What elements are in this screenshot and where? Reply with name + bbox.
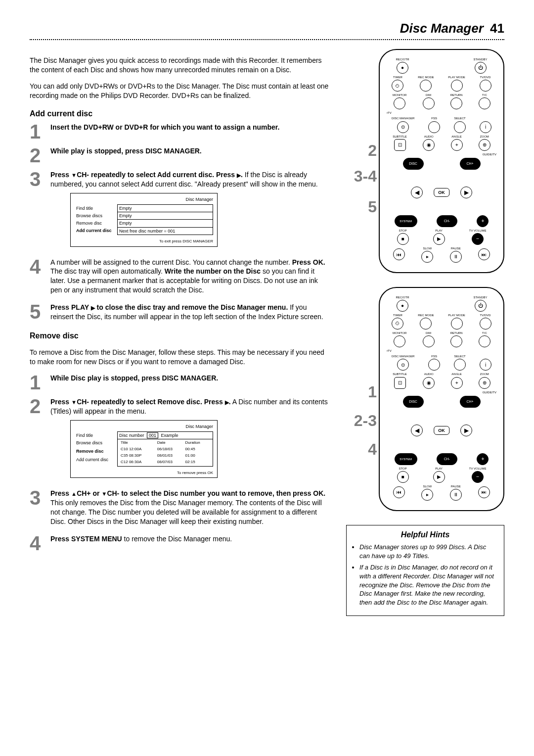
cell: 00:45 bbox=[184, 446, 211, 453]
callout: 5 bbox=[346, 199, 377, 215]
remote-diagram-2: 1 2-3 4 REC/OTR● STANDBY⏻ TIMER⏲ REC MOD… bbox=[346, 287, 504, 511]
timer-icon: ⏲ bbox=[392, 80, 403, 92]
hdr-ex: Example bbox=[161, 433, 178, 438]
next-icon: ⏭ bbox=[478, 486, 490, 498]
page-header: Disc Manager 41 bbox=[30, 20, 504, 37]
info-icon: i bbox=[480, 121, 491, 133]
btn-label: SELECT bbox=[454, 116, 465, 120]
hdr-val: 001 bbox=[147, 432, 158, 438]
right-arrow-icon: ▶ bbox=[460, 425, 472, 436]
btn-label: T/C bbox=[482, 331, 487, 335]
right-triangle-icon bbox=[237, 171, 241, 179]
btn-label: STANDBY bbox=[474, 57, 488, 61]
btn-label: T/C bbox=[482, 93, 487, 97]
btn-label: DISC MANAGER bbox=[392, 116, 414, 120]
s5-a: Press PLAY bbox=[50, 303, 91, 311]
btn-label: FSS bbox=[431, 116, 437, 120]
disc-manager-icon: ⊝ bbox=[397, 359, 409, 371]
heading-remove-disc: Remove disc bbox=[30, 331, 331, 341]
b-s3-a: Press bbox=[50, 489, 71, 497]
circle-icon bbox=[451, 318, 463, 330]
zoom-icon: ⊕ bbox=[479, 139, 490, 151]
step-num: 4 bbox=[30, 258, 46, 276]
callout: 4 bbox=[346, 441, 377, 457]
col: Date bbox=[156, 440, 184, 446]
screen-add: Disc Manager Find titleEmpty Browse disc… bbox=[70, 193, 218, 247]
btn-label: TV VOLUME bbox=[469, 229, 487, 233]
s4-a: A number will be assigned to the current… bbox=[50, 258, 292, 266]
intro-p2: You can add only DVD+RWs or DVD+Rs to th… bbox=[30, 82, 331, 100]
system-button: SYSTEM bbox=[395, 453, 417, 465]
circle-icon bbox=[480, 318, 491, 330]
step-num: 2 bbox=[30, 397, 46, 415]
hint-item: If a Disc is in Disc Manager, do not rec… bbox=[359, 563, 498, 607]
row-val: Next free disc number = 001 bbox=[118, 227, 213, 235]
system-button: SYSTEM bbox=[395, 215, 417, 227]
down-triangle-icon bbox=[71, 171, 77, 179]
cell: C35 08:30P bbox=[119, 453, 156, 459]
angle-icon: ⌖ bbox=[451, 139, 463, 151]
cell: 08/01/03 bbox=[156, 453, 184, 459]
power-icon: ⏻ bbox=[475, 300, 487, 312]
s3-c: . bbox=[241, 171, 243, 179]
ok-button: OK bbox=[434, 426, 449, 435]
btn-label: DIM bbox=[426, 331, 431, 335]
btn-label: PLAY MODE bbox=[448, 313, 465, 317]
record-icon: ● bbox=[397, 300, 408, 312]
right-arrow-icon: ▶ bbox=[460, 187, 472, 198]
circle-icon bbox=[394, 335, 405, 347]
callout: 2 bbox=[346, 142, 377, 158]
s4-ok: Press OK. bbox=[292, 258, 325, 266]
ch-plus-button: CH+ bbox=[460, 396, 481, 408]
steps-add: 1 Insert the DVD+RW or DVD+R for which y… bbox=[30, 123, 331, 324]
btn-label: STOP bbox=[399, 467, 406, 471]
step-num: 4 bbox=[30, 534, 46, 552]
btn-label: ZOOM bbox=[480, 372, 489, 376]
row-lab: Browse discs bbox=[75, 439, 118, 448]
left-arrow-icon: ◀ bbox=[411, 425, 423, 436]
row-lab: Remove disc bbox=[75, 220, 118, 227]
screen-title: Disc Manager bbox=[75, 424, 213, 429]
b-s3-rest: This only removes the Disc from the Disc… bbox=[50, 499, 322, 525]
btn-label: STOP bbox=[399, 229, 406, 233]
audio-icon: ◉ bbox=[423, 377, 435, 389]
helpful-hints: Helpful Hints Disc Manager stores up to … bbox=[346, 525, 504, 616]
row-val: Empty bbox=[118, 205, 213, 212]
btn-label: TV VOLUME bbox=[469, 467, 487, 471]
guide-label: GUIDE/TV bbox=[385, 390, 498, 394]
btn-label: TV/DVD bbox=[480, 75, 491, 79]
btn-label: TIMER bbox=[393, 313, 402, 317]
btn-label: SUBTITLE bbox=[393, 372, 407, 376]
b-s3-b: CH+ or bbox=[77, 489, 101, 497]
btn-label: ANGLE bbox=[451, 372, 461, 376]
disc-button: DISC bbox=[403, 158, 424, 170]
btn-label: TV/DVD bbox=[480, 313, 491, 317]
row-lab: Add current disc bbox=[75, 456, 118, 465]
play-icon: ▶ bbox=[433, 471, 445, 483]
down-triangle-icon bbox=[71, 398, 77, 406]
power-icon: ⏻ bbox=[475, 62, 487, 74]
btn-label: MONITOR bbox=[393, 93, 406, 97]
record-icon: ● bbox=[397, 62, 408, 74]
dpad: ◀ OK ▶ bbox=[407, 173, 476, 212]
row-lab: Browse discs bbox=[75, 212, 118, 220]
circle-icon bbox=[450, 97, 462, 109]
down-triangle-icon bbox=[101, 489, 107, 497]
btn-label: ZOOM bbox=[480, 135, 489, 139]
guide-label: GUIDE/TV bbox=[385, 152, 498, 156]
btn-label: SUBTITLE bbox=[393, 135, 407, 139]
disc-button: DISC bbox=[403, 396, 424, 408]
step-num: 2 bbox=[30, 146, 46, 164]
hint-item: Disc Manager stores up to 999 Discs. A D… bbox=[359, 543, 498, 560]
plus-icon: + bbox=[477, 453, 489, 465]
b-s2-a: Press bbox=[50, 398, 71, 406]
stop-icon: ■ bbox=[397, 471, 409, 483]
btn-label: PAUSE bbox=[451, 484, 461, 488]
circle-icon bbox=[423, 97, 435, 109]
pause-icon: ⏸ bbox=[450, 251, 462, 263]
screen-remove: Disc Manager Find title Disc number 001 … bbox=[70, 420, 218, 478]
cell: 02:15 bbox=[184, 459, 211, 466]
col: Title bbox=[119, 440, 156, 446]
callout: 3-4 bbox=[346, 168, 377, 184]
btn-label: REC/OTR bbox=[396, 57, 409, 61]
